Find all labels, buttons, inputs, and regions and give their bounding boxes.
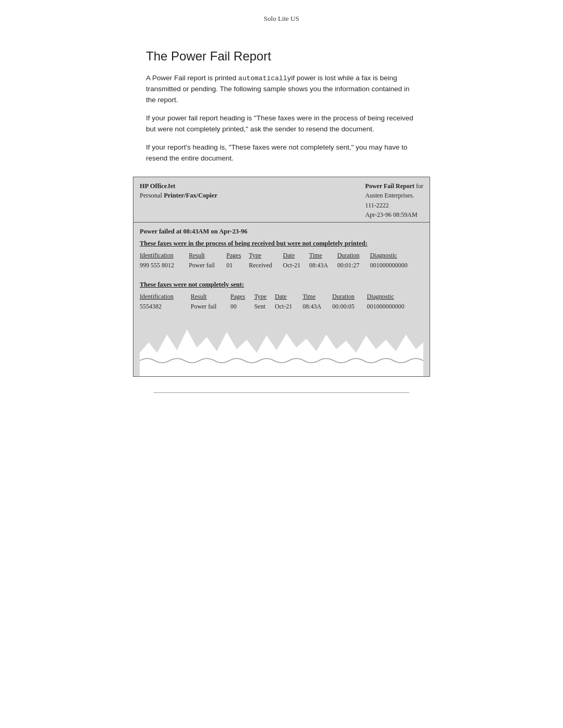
report-header-left: HP OfficeJet Personal Printer/Fax/Copier xyxy=(140,181,217,201)
svg-marker-0 xyxy=(140,329,423,376)
cell2-time: 08:43A xyxy=(302,302,332,312)
report-header: HP OfficeJet Personal Printer/Fax/Copier… xyxy=(133,177,430,223)
section2-table: Identification Result Pages Type Date Ti… xyxy=(140,292,423,312)
col-identification: Identification xyxy=(140,251,189,261)
col-result: Result xyxy=(189,251,226,261)
header-title: Solo Lite US xyxy=(264,15,299,22)
paragraph-2: If your power fail report heading is "Th… xyxy=(146,113,417,135)
section2-heading: These faxes were not completely sent: xyxy=(140,281,423,289)
device-name: HP OfficeJet xyxy=(140,182,175,190)
cell-pages: 01 xyxy=(226,261,249,270)
mono-word: automatically xyxy=(238,75,291,82)
cell2-date: Oct-21 xyxy=(275,302,302,312)
cell-time: 08:43A xyxy=(309,261,337,270)
section-gap xyxy=(140,273,423,278)
col-diagnostic: Diagnostic xyxy=(370,251,423,261)
report-datetime: Apr-23-96 08:59AM xyxy=(365,210,423,220)
col-duration: Duration xyxy=(337,251,370,261)
table-row-2: 5554382 Power fail 00 Sent Oct-21 08:43A… xyxy=(140,302,423,312)
cell2-pages: 00 xyxy=(230,302,254,312)
cell2-result: Power fail xyxy=(191,302,230,312)
col2-diagnostic: Diagnostic xyxy=(367,292,423,302)
main-content: The Power Fail Report A Power Fail repor… xyxy=(146,49,417,377)
cell-date: Oct-21 xyxy=(283,261,309,270)
report-body: Power failed at 08:43AM on Apr-23-96 The… xyxy=(133,223,430,376)
cell-result: Power fail xyxy=(189,261,226,270)
page-container: Solo Lite US The Power Fail Report A Pow… xyxy=(0,0,563,728)
torn-paper-svg xyxy=(140,314,423,376)
report-type-label: Power Fail Report xyxy=(365,182,414,190)
cell2-diagnostic: 001000000000 xyxy=(367,302,423,312)
report-box: HP OfficeJet Personal Printer/Fax/Copier… xyxy=(133,177,430,377)
report-for: for xyxy=(416,182,423,190)
table-row: 999 555 8012 Power fail 01 Received Oct-… xyxy=(140,261,423,270)
cell-identification: 999 555 8012 xyxy=(140,261,189,270)
cell2-type: Sent xyxy=(254,302,275,312)
section1-heading: These faxes were in the process of being… xyxy=(140,240,423,248)
cell-duration: 00:01:27 xyxy=(337,261,370,270)
cell-diagnostic: 001000000000 xyxy=(370,261,423,270)
report-phone: 111-2222 xyxy=(365,201,423,211)
section1-table: Identification Result Pages Type Date Ti… xyxy=(140,251,423,270)
paragraph-1: A Power Fail report is printed automatic… xyxy=(146,73,417,106)
cell2-identification: 5554382 xyxy=(140,302,191,312)
report-header-right: Power Fail Report for Austen Enterprises… xyxy=(365,181,423,220)
footer-divider xyxy=(154,392,409,393)
col-pages: Pages xyxy=(226,251,249,261)
col2-type: Type xyxy=(254,292,275,302)
col2-date: Date xyxy=(275,292,302,302)
table-header-row-2: Identification Result Pages Type Date Ti… xyxy=(140,292,423,302)
col2-time: Time xyxy=(302,292,332,302)
col2-result: Result xyxy=(191,292,230,302)
device-desc-bold: Printer/Fax/Copier xyxy=(164,192,217,199)
col2-pages: Pages xyxy=(230,292,254,302)
report-company: Austen Enterprises. xyxy=(365,191,423,201)
page-header: Solo Lite US xyxy=(0,0,563,28)
col-date: Date xyxy=(283,251,309,261)
torn-paper-area xyxy=(140,314,423,376)
col2-duration: Duration xyxy=(332,292,366,302)
page-title: The Power Fail Report xyxy=(146,49,417,64)
cell2-duration: 00:00:05 xyxy=(332,302,366,312)
paragraph-3: If your report's heading is, "These faxe… xyxy=(146,142,417,164)
cell-type: Received xyxy=(249,261,283,270)
table-header-row: Identification Result Pages Type Date Ti… xyxy=(140,251,423,261)
col2-identification: Identification xyxy=(140,292,191,302)
col-type: Type xyxy=(249,251,283,261)
power-failed-line: Power failed at 08:43AM on Apr-23-96 xyxy=(140,228,423,236)
col-time: Time xyxy=(309,251,337,261)
